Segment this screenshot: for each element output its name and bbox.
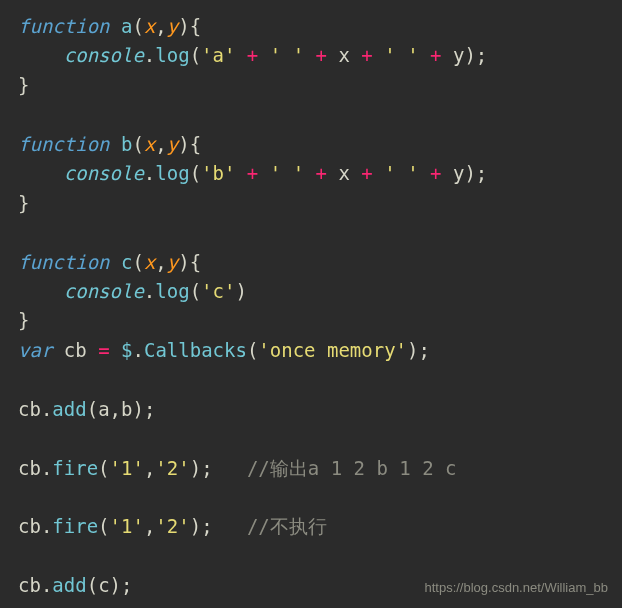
dot: . [144, 280, 155, 302]
comma: , [155, 133, 166, 155]
arg-c: c [98, 574, 109, 596]
lbrace: { [190, 133, 201, 155]
string-2: '2' [155, 457, 189, 479]
dot: . [144, 162, 155, 184]
string-once-memory: 'once memory' [258, 339, 407, 361]
string-2: '2' [155, 515, 189, 537]
comma: , [110, 398, 121, 420]
lparen: ( [87, 574, 98, 596]
rparen: ) [407, 339, 418, 361]
param-y: y [167, 15, 178, 37]
string-space: ' ' [270, 162, 304, 184]
lparen: ( [190, 280, 201, 302]
var-y: y [453, 162, 464, 184]
keyword-function: function [18, 133, 110, 155]
rparen: ) [178, 133, 189, 155]
dot: . [41, 398, 52, 420]
callbacks-method: Callbacks [144, 339, 247, 361]
plus-op: + [247, 162, 258, 184]
eq-op: = [98, 339, 109, 361]
dot: . [144, 44, 155, 66]
cb-obj: cb [18, 398, 41, 420]
cb-obj: cb [18, 457, 41, 479]
dot: . [41, 457, 52, 479]
comma: , [155, 15, 166, 37]
watermark: https://blog.csdn.net/William_bb [424, 578, 608, 598]
var-y: y [453, 44, 464, 66]
var-x: x [338, 162, 349, 184]
lparen: ( [98, 457, 109, 479]
string-space: ' ' [384, 44, 418, 66]
rparen: ) [464, 44, 475, 66]
lparen: ( [190, 44, 201, 66]
console-obj: console [64, 44, 144, 66]
dot: . [132, 339, 143, 361]
string-a: 'a' [201, 44, 235, 66]
log-method: log [155, 162, 189, 184]
fire-method: fire [52, 457, 98, 479]
rparen: ) [464, 162, 475, 184]
code-block: function a(x,y){ console.log('a' + ' ' +… [18, 12, 604, 601]
string-space: ' ' [270, 44, 304, 66]
lparen: ( [190, 162, 201, 184]
lbrace: { [190, 15, 201, 37]
arg-a: a [98, 398, 109, 420]
semi: ; [121, 574, 132, 596]
lparen: ( [87, 398, 98, 420]
string-c: 'c' [201, 280, 235, 302]
plus-op: + [361, 162, 372, 184]
plus-op: + [430, 44, 441, 66]
semi: ; [476, 162, 487, 184]
rbrace: } [18, 309, 29, 331]
lparen: ( [132, 251, 143, 273]
log-method: log [155, 44, 189, 66]
plus-op: + [316, 44, 327, 66]
var-x: x [338, 44, 349, 66]
param-y: y [167, 251, 178, 273]
semi: ; [144, 398, 155, 420]
arg-b: b [121, 398, 132, 420]
plus-op: + [361, 44, 372, 66]
semi: ; [419, 339, 430, 361]
rparen: ) [132, 398, 143, 420]
keyword-var: var [18, 339, 52, 361]
keyword-function: function [18, 15, 110, 37]
rparen: ) [235, 280, 246, 302]
var-cb: cb [64, 339, 87, 361]
plus-op: + [247, 44, 258, 66]
console-obj: console [64, 280, 144, 302]
log-method: log [155, 280, 189, 302]
rbrace: } [18, 192, 29, 214]
param-x: x [144, 251, 155, 273]
function-name-c: c [121, 251, 132, 273]
string-b: 'b' [201, 162, 235, 184]
function-name-b: b [121, 133, 132, 155]
rparen: ) [190, 457, 201, 479]
comma: , [144, 457, 155, 479]
plus-op: + [316, 162, 327, 184]
lparen: ( [132, 133, 143, 155]
dot: . [41, 515, 52, 537]
cb-obj: cb [18, 574, 41, 596]
semi: ; [201, 457, 212, 479]
plus-op: + [430, 162, 441, 184]
rbrace: } [18, 74, 29, 96]
console-obj: console [64, 162, 144, 184]
keyword-function: function [18, 251, 110, 273]
param-x: x [144, 133, 155, 155]
function-name-a: a [121, 15, 132, 37]
comma: , [155, 251, 166, 273]
param-x: x [144, 15, 155, 37]
rparen: ) [178, 15, 189, 37]
dot: . [41, 574, 52, 596]
semi: ; [201, 515, 212, 537]
lparen: ( [247, 339, 258, 361]
string-1: '1' [110, 515, 144, 537]
string-space: ' ' [384, 162, 418, 184]
lparen: ( [132, 15, 143, 37]
lbrace: { [190, 251, 201, 273]
rparen: ) [178, 251, 189, 273]
comment-noexec: //不执行 [247, 515, 327, 537]
rparen: ) [190, 515, 201, 537]
add-method: add [52, 574, 86, 596]
